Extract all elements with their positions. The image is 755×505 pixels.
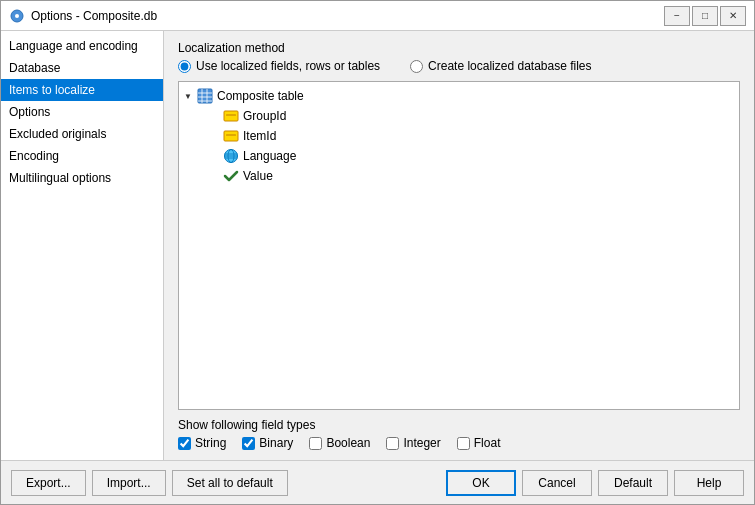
sidebar-item-encoding[interactable]: Encoding: [1, 145, 163, 167]
checkbox-binary[interactable]: Binary: [242, 436, 293, 450]
field-types-row: String Binary Boolean Integer: [178, 436, 740, 450]
localization-method-section: Localization method Use localized fields…: [178, 41, 740, 73]
tree-item-groupid-label: GroupId: [243, 109, 286, 123]
window-title: Options - Composite.db: [31, 9, 157, 23]
svg-rect-11: [226, 134, 236, 136]
tree-panel[interactable]: ▼ Composite table: [178, 81, 740, 410]
title-controls: − □ ✕: [664, 6, 746, 26]
close-button[interactable]: ✕: [720, 6, 746, 26]
sidebar-item-multilingual-options[interactable]: Multilingual options: [1, 167, 163, 189]
radio-use-fields[interactable]: Use localized fields, rows or tables: [178, 59, 380, 73]
checkbox-boolean[interactable]: Boolean: [309, 436, 370, 450]
radio-use-fields-input[interactable]: [178, 60, 191, 73]
sidebar-item-items-to-localize[interactable]: Items to localize: [1, 79, 163, 101]
tree-item-itemid[interactable]: ItemId: [183, 126, 735, 146]
tree-item-language-label: Language: [243, 149, 296, 163]
field-groupid-icon: [223, 108, 239, 124]
radio-create-files-input[interactable]: [410, 60, 423, 73]
svg-rect-9: [226, 114, 236, 116]
radio-create-files[interactable]: Create localized database files: [410, 59, 591, 73]
checkbox-string-input[interactable]: [178, 437, 191, 450]
tree-item-itemid-label: ItemId: [243, 129, 276, 143]
ok-button[interactable]: OK: [446, 470, 516, 496]
checkbox-integer-input[interactable]: [386, 437, 399, 450]
app-icon: [9, 8, 25, 24]
help-button[interactable]: Help: [674, 470, 744, 496]
check-value-icon: [223, 168, 239, 184]
title-bar-left: Options - Composite.db: [9, 8, 157, 24]
svg-point-1: [15, 14, 19, 18]
tree-item-value-label: Value: [243, 169, 273, 183]
tree-item-language[interactable]: Language: [183, 146, 735, 166]
default-button[interactable]: Default: [598, 470, 668, 496]
expand-icon[interactable]: ▼: [183, 91, 193, 101]
checkbox-string[interactable]: String: [178, 436, 226, 450]
import-button[interactable]: Import...: [92, 470, 166, 496]
options-window: Options - Composite.db − □ ✕ Language an…: [0, 0, 755, 505]
maximize-button[interactable]: □: [692, 6, 718, 26]
checkbox-binary-input[interactable]: [242, 437, 255, 450]
sidebar-item-options[interactable]: Options: [1, 101, 163, 123]
main-panel: Localization method Use localized fields…: [164, 31, 754, 460]
field-types-section: Show following field types String Binary…: [178, 418, 740, 450]
export-button[interactable]: Export...: [11, 470, 86, 496]
cancel-button[interactable]: Cancel: [522, 470, 592, 496]
sidebar: Language and encoding Database Items to …: [1, 31, 164, 460]
field-itemid-icon: [223, 128, 239, 144]
sidebar-item-database[interactable]: Database: [1, 57, 163, 79]
minimize-button[interactable]: −: [664, 6, 690, 26]
tree-root[interactable]: ▼ Composite table: [183, 86, 735, 106]
checkbox-float-input[interactable]: [457, 437, 470, 450]
bottom-left-buttons: Export... Import... Set all to default: [11, 470, 288, 496]
field-types-label: Show following field types: [178, 418, 740, 432]
radio-group: Use localized fields, rows or tables Cre…: [178, 59, 740, 73]
tree-item-value[interactable]: Value: [183, 166, 735, 186]
tree-root-label: Composite table: [217, 89, 304, 103]
localization-method-title: Localization method: [178, 41, 740, 55]
checkbox-boolean-input[interactable]: [309, 437, 322, 450]
bottom-bar: Export... Import... Set all to default O…: [1, 460, 754, 504]
table-icon: [197, 88, 213, 104]
globe-language-icon: [223, 148, 239, 164]
set-all-to-default-button[interactable]: Set all to default: [172, 470, 288, 496]
sidebar-item-language-encoding[interactable]: Language and encoding: [1, 35, 163, 57]
checkbox-float[interactable]: Float: [457, 436, 501, 450]
checkbox-integer[interactable]: Integer: [386, 436, 440, 450]
title-bar: Options - Composite.db − □ ✕: [1, 1, 754, 31]
bottom-right-buttons: OK Cancel Default Help: [446, 470, 744, 496]
tree-item-groupid[interactable]: GroupId: [183, 106, 735, 126]
content-area: Language and encoding Database Items to …: [1, 31, 754, 460]
sidebar-item-excluded-originals[interactable]: Excluded originals: [1, 123, 163, 145]
